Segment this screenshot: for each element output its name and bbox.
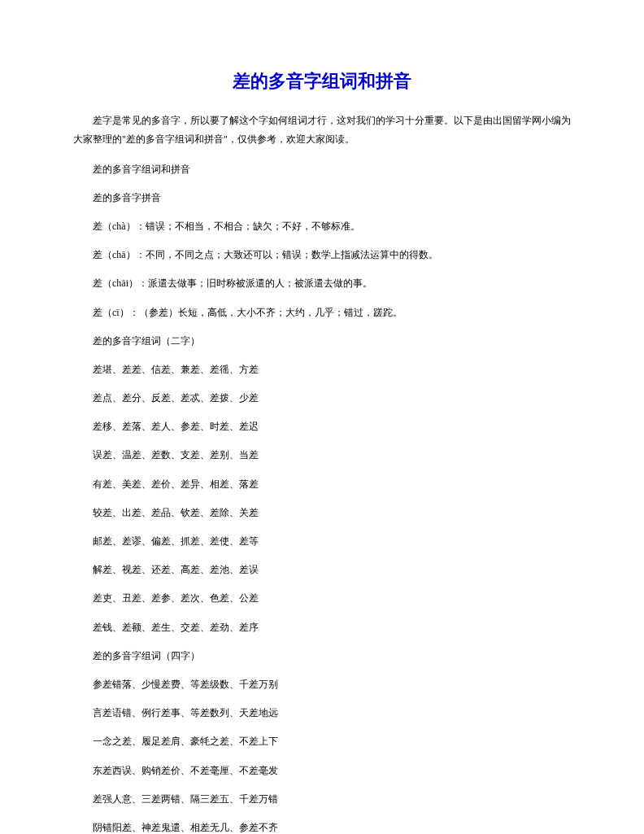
content-line: 差的多音字组词和拼音 <box>73 160 571 178</box>
intro-paragraph: 差字是常见的多音字，所以要了解这个字如何组词才行，这对我们的学习十分重要。以下是… <box>73 111 571 149</box>
content-line: 差点、差分、反差、差忒、差拨、少差 <box>73 389 571 407</box>
content-line: 较差、出差、差品、钦差、差除、关差 <box>73 504 571 522</box>
document-title: 差的多音字组词和拼音 <box>73 69 571 94</box>
content-line: 参差错落、少慢差费、等差级数、千差万别 <box>73 675 571 693</box>
content-line: 差吏、丑差、差参、差次、色差、公差 <box>73 589 571 607</box>
content-line: 差强人意、三差两错、隔三差五、千差万错 <box>73 790 571 808</box>
content-line: 言差语错、例行差事、等差数列、天差地远 <box>73 704 571 722</box>
content-line: 差钱、差额、差生、交差、差劲、差序 <box>73 618 571 636</box>
content-line: 差移、差落、差人、参差、时差、差迟 <box>73 417 571 435</box>
content-line: 一念之差、履足差肩、豪牦之差、不差上下 <box>73 732 571 750</box>
content-line: 阴错阳差、神差鬼遣、相差无几、参差不齐 <box>73 819 571 834</box>
content-line: 差堪、差差、信差、兼差、差徭、方差 <box>73 360 571 378</box>
content-line: 差的多音字组词（四字） <box>73 647 571 665</box>
content-line: 差（chā）：不同，不同之点；大致还可以；错误；数学上指减法运算中的得数。 <box>73 246 571 264</box>
content-line: 解差、视差、还差、高差、差池、差误 <box>73 561 571 579</box>
content-line: 差（chà）：错误；不相当，不相合；缺欠；不好，不够标准。 <box>73 217 571 235</box>
content-line: 误差、温差、差数、支差、差别、当差 <box>73 446 571 464</box>
content-line: 邮差、差谬、偏差、抓差、差使、差等 <box>73 532 571 550</box>
content-line: 差的多音字组词（二字） <box>73 332 571 350</box>
content-line: 有差、美差、差价、差异、相差、落差 <box>73 475 571 493</box>
content-line: 差（cī）：（参差）长短，高低，大小不齐；大约，几乎；错过，蹉跎。 <box>73 303 571 321</box>
content-line: 差的多音字拼音 <box>73 189 571 207</box>
content-line: 东差西误、购销差价、不差毫厘、不差毫发 <box>73 762 571 779</box>
content-body: 差的多音字组词和拼音差的多音字拼音差（chà）：错误；不相当，不相合；缺欠；不好… <box>73 160 571 834</box>
content-line: 差（chāi）：派遣去做事；旧时称被派遣的人；被派遣去做的事。 <box>73 274 571 292</box>
